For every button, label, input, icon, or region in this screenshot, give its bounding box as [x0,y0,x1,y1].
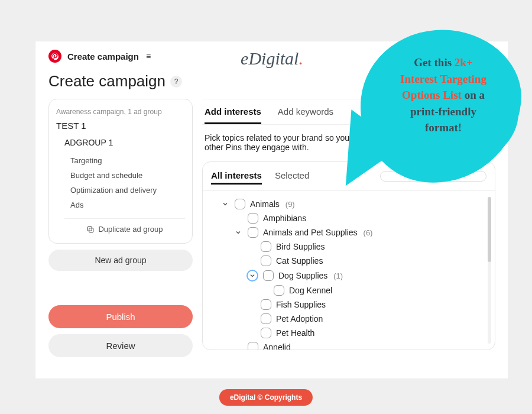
spacer [233,214,243,223]
callout-text: Get this 2k+ Interest Targeting Options … [377,54,510,136]
callout-highlight: Interest Targeting [400,73,486,85]
spacer [246,300,256,309]
tree-label[interactable]: Animals and Pet Supplies [263,228,358,237]
checkbox-pet-health[interactable] [261,328,271,338]
tree-label[interactable]: Animals [250,199,280,209]
brand-dot: . [299,48,303,68]
checkbox-annelid[interactable] [248,342,258,350]
svg-rect-0 [89,228,93,232]
tab-add-keywords[interactable]: Add keywords [278,101,333,124]
edigital-brand: eDigital. [241,48,303,69]
nav-ads[interactable]: Ads [70,198,185,212]
tree-label[interactable]: Pet Adoption [276,314,323,324]
checkbox-pet-adoption[interactable] [261,313,271,324]
tree-row-dog: Dog Supplies (1) [207,268,491,283]
spacer [246,256,256,266]
tree-label[interactable]: Amphibians [263,214,306,223]
callout-highlight: Options List [402,89,465,101]
checkbox-dog[interactable] [263,270,274,281]
duplicate-label: Duplicate ad group [98,225,163,234]
callout-line: on a [465,89,485,101]
tree-row-fish: Fish Supplies [207,297,491,312]
campaign-name[interactable]: TEST 1 [56,121,185,131]
tree-row-annelid: Annelid [207,340,491,350]
tree-row-amphibians: Amphibians [207,211,491,225]
scroll-thumb[interactable] [488,197,491,262]
campaign-meta: Awareness campaign, 1 ad group [56,108,185,116]
tree-label[interactable]: Cat Supplies [276,256,323,266]
callout-line: Get this [414,56,455,69]
tree-label[interactable]: Fish Supplies [276,300,326,309]
tree-count: (1) [333,271,343,280]
spacer [246,314,256,324]
chevron-down-icon[interactable] [220,199,230,209]
adgroup: ADGROUP 1 Targeting Budget and schedule … [56,138,185,236]
checkbox-dog-kennel[interactable] [274,285,284,296]
review-button[interactable]: Review [48,334,193,357]
panel-tabs: All interests Selected [211,168,309,185]
brand-text: eDigital [241,48,299,68]
nav-targeting[interactable]: Targeting [70,153,185,168]
svg-rect-1 [88,227,92,231]
new-adgroup-button[interactable]: New ad group [48,250,193,271]
tree-row-cat: Cat Supplies [207,254,491,268]
chevron-down-icon[interactable] [233,228,243,237]
adgroup-name[interactable]: ADGROUP 1 [64,138,185,147]
interests-tree: Animals (9) Amphibians Animals and Pet S… [203,191,495,350]
checkbox-animals[interactable] [235,199,245,209]
footer-copyright: eDigital © Copyrights [219,389,313,406]
tree-count: (9) [286,200,295,209]
tree-label[interactable]: Annelid [263,342,291,350]
tree-label[interactable]: Dog Supplies [278,271,327,280]
spacer [246,242,256,251]
tree-row-dog-kennel: Dog Kennel [207,283,491,297]
nav-budget[interactable]: Budget and schedule [70,168,185,183]
spacer [246,328,256,338]
page-title: Create campaign [48,72,166,90]
checkbox-cat[interactable] [261,255,271,266]
adgroup-nav: Targeting Budget and schedule Optimizati… [64,153,185,212]
tree-root: Animals (9) Amphibians Animals and Pet S… [207,197,491,350]
tree-row-bird: Bird Supplies [207,240,491,254]
callout-line: format! [425,121,462,134]
tab-all-interests[interactable]: All interests [211,168,262,185]
duplicate-icon [86,225,95,234]
checkbox-amphibians[interactable] [248,213,258,224]
topbar-title: Create campaign [67,51,139,62]
promo-callout: Get this 2k+ Interest Targeting Options … [361,30,520,183]
tree-row-pet-adoption: Pet Adoption [207,312,491,326]
help-icon[interactable]: ? [170,76,182,88]
nav-optimization[interactable]: Optimization and delivery [70,183,185,198]
tree-label[interactable]: Bird Supplies [276,242,325,251]
checkbox-pet-supplies[interactable] [248,227,258,238]
tree-label[interactable]: Dog Kennel [289,286,332,295]
tree-row-animals: Animals (9) [207,197,491,211]
duplicate-adgroup[interactable]: Duplicate ad group [64,218,185,236]
sidebar-actions: Publish Review [48,305,193,363]
sidebar: Awareness campaign, 1 ad group TEST 1 AD… [48,99,193,363]
interests-panel: All interests Selected Animals (9) [202,161,495,350]
checkbox-bird[interactable] [261,241,271,252]
callout-line: print-friendly [410,105,476,118]
tab-selected[interactable]: Selected [275,168,309,185]
tree-row-pet-supplies: Animals and Pet Supplies (6) [207,225,491,240]
checkbox-fish[interactable] [261,299,271,310]
callout-highlight: 2k+ [455,56,473,69]
tree-count: (6) [364,228,373,237]
tree-row-pet-health: Pet Health [207,326,491,340]
pinterest-logo-icon [48,50,61,63]
tree-label[interactable]: Pet Health [276,328,314,338]
tab-add-interests[interactable]: Add interests [205,101,261,124]
spacer [259,286,269,295]
tree-scrollbar[interactable] [488,197,491,344]
spacer [233,342,243,350]
chevron-down-icon[interactable] [246,270,258,282]
campaign-card: Awareness campaign, 1 ad group TEST 1 AD… [48,99,193,244]
publish-button[interactable]: Publish [48,305,193,328]
menu-icon[interactable]: ≡ [146,51,151,61]
